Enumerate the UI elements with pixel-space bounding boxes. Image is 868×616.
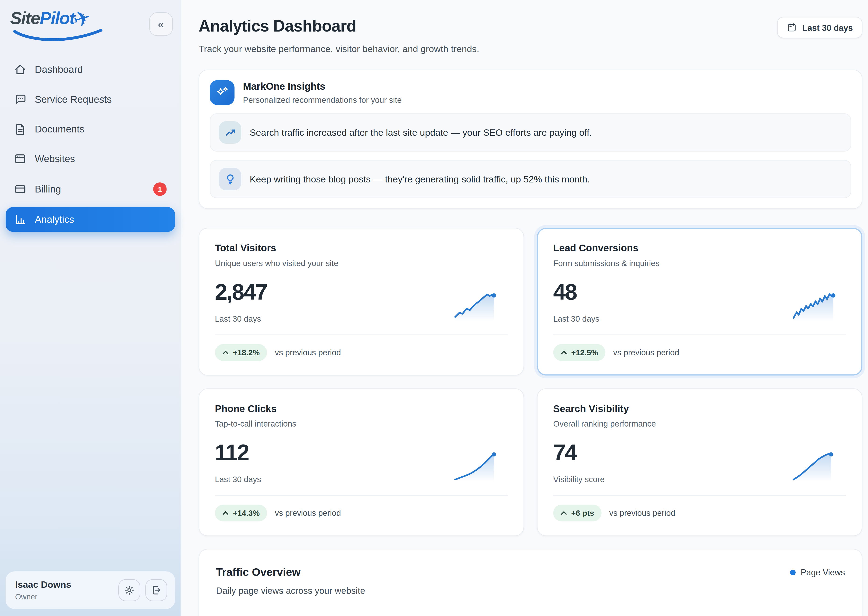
change-badge: +12.5% <box>553 344 605 361</box>
logo-text-site: Site <box>10 9 40 28</box>
logo-text-pilot: Pilot <box>40 9 74 28</box>
change-note: vs previous period <box>613 348 679 357</box>
user-role: Owner <box>15 592 71 601</box>
stat-period: Last 30 days <box>215 475 261 484</box>
stat-title: Lead Conversions <box>553 242 846 254</box>
stat-value: 112 <box>215 440 261 465</box>
chat-icon <box>14 93 27 105</box>
sidebar-nav: Dashboard Service Requests Documents <box>6 57 175 232</box>
divider <box>215 335 508 335</box>
trending-up-icon <box>219 121 241 144</box>
date-range-label: Last 30 days <box>802 23 853 32</box>
change-badge: +14.3% <box>215 504 267 522</box>
sidebar-item-label: Dashboard <box>35 64 83 75</box>
stat-title: Total Visitors <box>215 242 508 254</box>
user-info: Isaac Downs Owner <box>15 579 71 601</box>
stat-title: Phone Clicks <box>215 403 508 415</box>
logout-icon <box>151 585 162 596</box>
lightbulb-icon <box>219 168 241 190</box>
date-range-button[interactable]: Last 30 days <box>777 17 862 38</box>
sidebar-item-label: Analytics <box>35 214 74 225</box>
change-note: vs previous period <box>609 509 675 517</box>
insights-subtitle: Personalized recommendations for your si… <box>243 95 402 104</box>
logo: SitePilot✈ <box>10 8 91 29</box>
traffic-subtitle: Daily page views across your website <box>216 586 365 596</box>
stat-period: Last 30 days <box>215 314 267 323</box>
collapse-sidebar-button[interactable]: « <box>149 13 173 36</box>
settings-button[interactable] <box>118 579 140 601</box>
logout-button[interactable] <box>145 579 167 601</box>
sparkline-chart <box>791 451 846 483</box>
stat-subtitle: Tap-to-call interactions <box>215 419 508 428</box>
insights-panel: MarkOne Insights Personalized recommenda… <box>199 70 862 209</box>
sidebar-item-service-requests[interactable]: Service Requests <box>6 87 175 112</box>
stat-subtitle: Overall ranking performance <box>553 419 846 428</box>
page-subtitle: Track your website performance, visitor … <box>199 44 479 54</box>
traffic-overview-panel: Traffic Overview Daily page views across… <box>199 549 862 616</box>
change-badge: +18.2% <box>215 344 267 361</box>
stat-period: Last 30 days <box>553 314 600 323</box>
home-icon <box>14 64 27 76</box>
change-value: +14.3% <box>233 509 260 517</box>
sidebar-item-label: Service Requests <box>35 93 112 105</box>
sidebar-item-analytics[interactable]: Analytics <box>6 207 175 232</box>
sidebar-item-documents[interactable]: Documents <box>6 117 175 141</box>
insight-text: Search traffic increased after the last … <box>250 127 592 138</box>
insight-text: Keep writing those blog posts — they're … <box>250 174 590 185</box>
chevron-up-icon <box>222 350 229 355</box>
sidebar-item-label: Billing <box>35 183 61 195</box>
stat-card-total-visitors[interactable]: Total Visitors Unique users who visited … <box>199 228 524 376</box>
divider <box>553 495 846 495</box>
chevron-up-icon <box>560 350 567 355</box>
divider <box>215 495 508 495</box>
change-note: vs previous period <box>275 509 341 517</box>
bar-chart-icon <box>14 213 27 226</box>
insight-item: Search traffic increased after the last … <box>210 113 851 151</box>
browser-icon <box>14 153 27 165</box>
app: SitePilot✈ « Dashboard Se <box>0 0 868 616</box>
main-content: Analytics Dashboard Track your website p… <box>181 0 868 616</box>
credit-card-icon <box>14 183 27 195</box>
sparkline-chart <box>453 451 508 483</box>
stat-value: 2,847 <box>215 280 267 305</box>
chevron-up-icon <box>222 511 229 515</box>
insight-item: Keep writing those blog posts — they're … <box>210 160 851 198</box>
change-note: vs previous period <box>275 348 341 357</box>
stat-title: Search Visibility <box>553 403 846 415</box>
sidebar-item-label: Websites <box>35 153 75 165</box>
gear-icon <box>124 585 135 596</box>
calendar-icon <box>786 22 797 33</box>
sidebar-item-label: Documents <box>35 123 85 135</box>
stat-value: 74 <box>553 440 604 465</box>
divider <box>553 335 846 335</box>
change-value: +12.5% <box>571 348 598 357</box>
sidebar-item-websites[interactable]: Websites <box>6 146 175 171</box>
change-badge: +6 pts <box>553 504 601 522</box>
sidebar: SitePilot✈ « Dashboard Se <box>0 0 181 616</box>
chevron-up-icon <box>560 511 567 515</box>
stat-subtitle: Form submissions & inquiries <box>553 259 846 268</box>
user-card: Isaac Downs Owner <box>6 571 175 609</box>
stat-card-phone-clicks[interactable]: Phone Clicks Tap-to-call interactions 11… <box>199 388 524 536</box>
billing-notification-badge: 1 <box>153 182 167 196</box>
user-name: Isaac Downs <box>15 579 71 590</box>
change-value: +18.2% <box>233 348 260 357</box>
chart-legend: Page Views <box>790 567 845 577</box>
sparkline-chart <box>453 291 508 322</box>
document-icon <box>14 123 27 135</box>
stats-grid: Total Visitors Unique users who visited … <box>199 228 862 536</box>
sidebar-item-dashboard[interactable]: Dashboard <box>6 57 175 82</box>
sidebar-item-billing[interactable]: Billing 1 <box>6 176 175 202</box>
stat-card-lead-conversions[interactable]: Lead Conversions Form submissions & inqu… <box>537 228 862 376</box>
traffic-title: Traffic Overview <box>216 566 365 578</box>
insights-title: MarkOne Insights <box>243 81 402 93</box>
sparkline-chart <box>791 291 846 322</box>
logo-swoosh <box>11 29 107 43</box>
sparkles-icon <box>210 80 235 105</box>
stat-card-search-visibility[interactable]: Search Visibility Overall ranking perfor… <box>537 388 862 536</box>
page-title: Analytics Dashboard <box>199 17 479 35</box>
stat-period: Visibility score <box>553 475 604 484</box>
change-value: +6 pts <box>571 509 594 517</box>
legend-dot-icon <box>790 569 796 575</box>
stat-subtitle: Unique users who visited your site <box>215 259 508 268</box>
